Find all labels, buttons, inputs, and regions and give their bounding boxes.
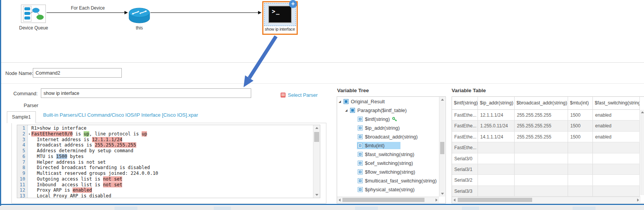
tree-item-multicast-fast-switching-string[interactable]: $multicast_fast_switching(string) bbox=[337, 176, 439, 185]
table-hscrollbar[interactable] bbox=[452, 197, 641, 203]
table-cell[interactable]: 255.255.255.255 bbox=[515, 110, 568, 120]
table-row[interactable]: FastEthe...1.255.0.11/24255.255.255.2551… bbox=[452, 120, 640, 131]
tree-expander-icon[interactable]: ◢ bbox=[345, 106, 349, 115]
table-row[interactable]: Serial3/0 bbox=[452, 153, 640, 164]
select-parser-button[interactable]: Select Parser bbox=[281, 92, 318, 98]
table-cell[interactable]: Serial3/3 bbox=[452, 186, 478, 196]
table-cell[interactable]: 1.255.0.11/24 bbox=[478, 120, 515, 131]
tree-item-content[interactable]: $fast_switching(string) bbox=[357, 151, 416, 158]
tree-item-flow-switching-string[interactable]: $flow_switching(string) bbox=[337, 168, 439, 176]
scroll-left-icon[interactable] bbox=[339, 199, 341, 202]
table-cell[interactable] bbox=[593, 175, 640, 185]
tree-item-content[interactable]: $flow_switching(string) bbox=[357, 168, 417, 176]
table-hscroll-thumb[interactable] bbox=[458, 198, 532, 202]
add-node-badge[interactable]: + bbox=[289, 0, 297, 8]
table-cell[interactable] bbox=[515, 142, 568, 153]
table-cell[interactable]: 255.255.255.255 bbox=[515, 120, 568, 131]
tree-item-paragraph-intf-table[interactable]: ◢Paragraph($intf_table) bbox=[337, 106, 439, 115]
table-cell[interactable] bbox=[593, 153, 640, 164]
table-cell[interactable]: 1500 bbox=[568, 120, 593, 131]
scroll-right-icon[interactable] bbox=[436, 199, 437, 202]
scroll-down-icon[interactable] bbox=[441, 193, 444, 195]
tree-item-fast-switching-string[interactable]: $fast_switching(string) bbox=[337, 150, 439, 159]
table-cell[interactable] bbox=[478, 153, 515, 164]
tree-item-content[interactable]: Original_Result bbox=[343, 98, 386, 105]
tree-vscroll-thumb[interactable] bbox=[440, 142, 444, 154]
table-cell[interactable]: 14.1.1.1/24 bbox=[478, 132, 515, 142]
tree-item-intf-string[interactable]: $intf(string) bbox=[337, 115, 439, 124]
table-cell[interactable]: Serial3/0 bbox=[452, 153, 478, 164]
scroll-right-icon[interactable] bbox=[637, 199, 639, 202]
tree-item-mtu-int[interactable]: $mtu(int) bbox=[337, 141, 439, 150]
node-device-queue[interactable] bbox=[21, 5, 46, 23]
tree-item-content[interactable]: $physical_state(string) bbox=[357, 186, 416, 193]
table-cell[interactable] bbox=[515, 175, 568, 185]
table-cell[interactable] bbox=[478, 164, 515, 174]
table-cell[interactable]: FastEthe... bbox=[452, 142, 478, 153]
table-cell[interactable]: 1500 bbox=[568, 110, 593, 120]
tree-item-content[interactable]: Paragraph($intf_table) bbox=[349, 107, 408, 114]
scroll-up-icon[interactable] bbox=[315, 127, 318, 129]
table-cell[interactable]: Serial3/2 bbox=[452, 175, 478, 185]
tree-hscroll-thumb[interactable] bbox=[342, 198, 424, 202]
table-cell[interactable]: FastEthe... bbox=[452, 132, 478, 142]
table-row[interactable]: Serial3/3 bbox=[452, 186, 640, 197]
table-row[interactable]: FastEthe...14.1.1.1/24255.255.255.255150… bbox=[452, 132, 640, 142]
table-cell[interactable]: Serial3/1 bbox=[452, 164, 478, 174]
table-cell[interactable] bbox=[568, 164, 593, 174]
table-row[interactable]: FastEthe... bbox=[452, 142, 640, 153]
table-cell[interactable]: 12.1.1.1/24 bbox=[478, 110, 515, 120]
tab-sample1[interactable]: Sample1 bbox=[7, 111, 36, 123]
tree-item-content[interactable]: $intf(string) bbox=[357, 116, 399, 123]
table-vscrollbar[interactable] bbox=[641, 110, 644, 195]
table-cell[interactable] bbox=[478, 186, 515, 196]
scroll-up-icon[interactable] bbox=[441, 99, 444, 101]
table-cell[interactable] bbox=[515, 164, 568, 174]
tree-item-original-result[interactable]: ◢Original_Result bbox=[337, 97, 439, 106]
node-this[interactable] bbox=[129, 8, 150, 24]
node-name-input[interactable] bbox=[33, 68, 122, 78]
table-cell[interactable] bbox=[568, 142, 593, 153]
table-cell[interactable] bbox=[568, 175, 593, 185]
editor-vscroll-thumb[interactable] bbox=[314, 132, 319, 142]
table-cell[interactable] bbox=[593, 142, 640, 153]
table-cell[interactable]: 255.255.255.255 bbox=[515, 132, 568, 142]
parser-path-link[interactable]: Built-in Parsers/CLI Command/Cisco IOS/I… bbox=[43, 112, 257, 118]
tree-item-ip-addr-string[interactable]: $ip_addr(string) bbox=[337, 124, 439, 132]
tree-item-cef-switching-string[interactable]: $cef_switching(string) bbox=[337, 159, 439, 168]
table-cell[interactable] bbox=[593, 164, 640, 174]
scroll-down-icon[interactable] bbox=[315, 194, 318, 196]
table-cell[interactable] bbox=[515, 186, 568, 196]
editor-vscrollbar[interactable] bbox=[313, 125, 320, 198]
tree-item-physical-state-string[interactable]: $physical_state(string) bbox=[337, 185, 439, 194]
table-row[interactable]: Serial3/1 bbox=[452, 164, 640, 175]
tree-hscrollbar[interactable] bbox=[337, 197, 439, 203]
table-cell[interactable] bbox=[478, 142, 515, 153]
tree-item-selected[interactable]: $mtu(int) bbox=[357, 142, 400, 149]
node-show-ip-interface[interactable]: >_ + show ip interface bbox=[262, 1, 298, 35]
tree-vscrollbar[interactable] bbox=[439, 97, 445, 197]
command-input[interactable] bbox=[41, 88, 251, 98]
table-cell[interactable]: enabled bbox=[593, 132, 640, 142]
tree-item-content[interactable]: $ip_addr(string) bbox=[357, 124, 401, 132]
table-cell[interactable]: enabled bbox=[593, 120, 640, 131]
table-cell[interactable]: 1500 bbox=[568, 132, 593, 142]
tree-item-broadcast-addr-string[interactable]: $broadcast_addr(string) bbox=[337, 132, 439, 141]
tree-item-content[interactable]: $multicast_fast_switching(string) bbox=[357, 177, 438, 184]
table-cell[interactable] bbox=[515, 153, 568, 164]
table-cell[interactable] bbox=[568, 186, 593, 196]
table-row[interactable]: Serial3/2 bbox=[452, 175, 640, 186]
table-cell[interactable]: FastEthe... bbox=[452, 110, 478, 120]
tree-item-content[interactable]: $cef_switching(string) bbox=[357, 160, 415, 167]
table-cell[interactable] bbox=[593, 186, 640, 196]
tree-item-content[interactable]: $broadcast_addr(string) bbox=[357, 133, 419, 140]
fold-marker-icon[interactable]: ▾ bbox=[27, 131, 31, 137]
table-cell[interactable]: FastEthe... bbox=[452, 120, 478, 131]
scroll-up-icon[interactable] bbox=[641, 111, 644, 113]
table-row[interactable]: FastEthe...12.1.1.1/24255.255.255.255150… bbox=[452, 110, 640, 120]
tree-expander-icon[interactable]: ◢ bbox=[339, 97, 343, 106]
table-cell[interactable]: enabled bbox=[593, 110, 640, 120]
scroll-left-icon[interactable] bbox=[454, 199, 455, 202]
table-cell[interactable] bbox=[568, 153, 593, 164]
table-cell[interactable] bbox=[478, 175, 515, 185]
